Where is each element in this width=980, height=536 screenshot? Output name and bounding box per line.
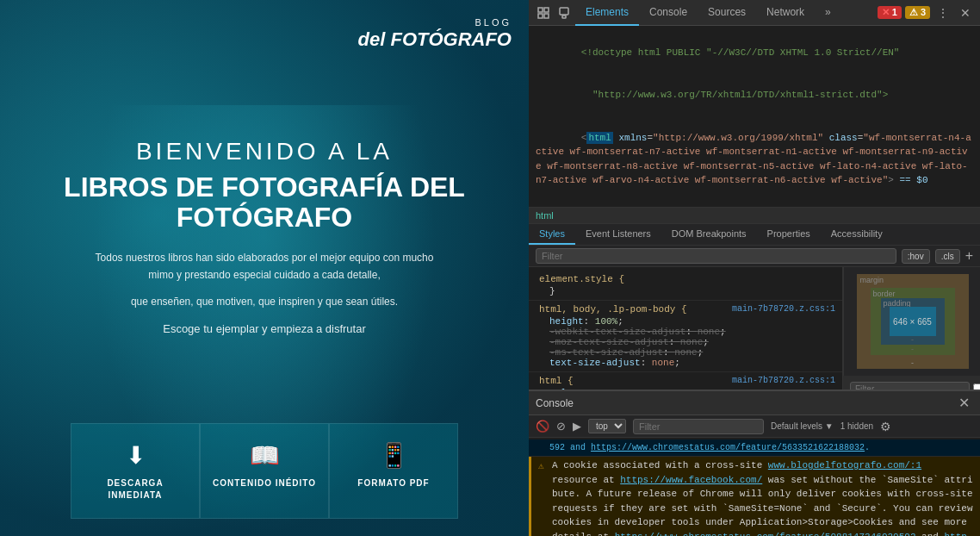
console-info-text: 592 and https://www.chromestatus.com/fea…: [549, 441, 870, 454]
cls-filter[interactable]: .cls: [935, 249, 960, 264]
hov-filter[interactable]: :hov: [902, 249, 930, 264]
close-devtools-icon[interactable]: ✕: [956, 3, 975, 22]
tab-network[interactable]: Network: [756, 0, 815, 26]
console-context-select[interactable]: top: [588, 419, 626, 433]
styles-tab-properties[interactable]: Properties: [757, 224, 821, 245]
tab-elements[interactable]: Elements: [575, 0, 639, 26]
html-line-doctype: <!doctype html PUBLIC "-//W3C//DTD XHTML…: [536, 31, 973, 74]
device-icon[interactable]: [555, 3, 574, 22]
feature-format: 📱 FORMATO PDF: [329, 423, 458, 519]
margin-bottom-value: -: [911, 358, 914, 367]
devtools-right-icons: ✕ 1 ⚠ 3 ⋮ ✕: [878, 3, 975, 22]
console-filter-bar: 🚫 ⊘ ▶ top Default levels ▼ 1 hidden ⚙: [529, 415, 980, 438]
styles-filter-bar: :hov .cls +: [529, 246, 980, 267]
box-dimension: 646 × 665: [893, 317, 932, 327]
css-selector-html-body: html, body, .lp-pom-body {: [539, 304, 687, 315]
css-prop-height: height: 100%;: [539, 316, 835, 327]
styles-main: element.style { } html, body, .lp-pom-bo…: [529, 267, 980, 390]
console-link-chromestatus2[interactable]: https://www.chromestatus.com/feature/508…: [615, 532, 916, 537]
margin-label: margin: [860, 276, 884, 284]
box-content-layer: 646 × 665: [890, 307, 936, 336]
console-link-facebook[interactable]: https://www.facebook.com/: [620, 475, 762, 485]
console-pause-icon[interactable]: ⊘: [556, 420, 566, 433]
add-filter-icon[interactable]: +: [965, 248, 973, 264]
console-title: Console: [536, 397, 949, 409]
download-icon: ⬇: [80, 441, 190, 470]
devtools-tabs: Elements Console Sources Network »: [575, 0, 876, 26]
css-source-2[interactable]: main-7b78720.z.css:1: [732, 376, 835, 388]
console-clear-icon[interactable]: 🚫: [536, 420, 549, 433]
html-line-dtd: "http://www.w3.org/TR/xhtml1/DTD/xhtml1-…: [536, 74, 973, 117]
box-margin-layer: margin - border padding 646 ×: [857, 274, 969, 369]
html-line-html[interactable]: <html xmlns="http://www.w3.org/1999/xhtm…: [536, 116, 973, 202]
console-line-warning: ⚠ A cookie associated with a cross-site …: [529, 457, 980, 536]
svg-rect-0: [538, 8, 543, 12]
features-bar: ⬇ DESCARGA INMEDIATA 📖 CONTENIDO INÉDITO…: [0, 423, 529, 519]
tab-console[interactable]: Console: [639, 0, 698, 26]
styles-tab-styles[interactable]: Styles: [529, 224, 575, 245]
css-prop-ms-adjust: -ms-text-size-adjust: none;: [539, 347, 835, 358]
styles-tab-dom-breakpoints[interactable]: DOM Breakpoints: [661, 224, 757, 245]
styles-tab-event-listeners[interactable]: Event Listeners: [575, 224, 661, 245]
console-link-blog[interactable]: www.blogdelfotografo.com/:1: [768, 460, 921, 471]
tablet-icon: 📱: [338, 441, 449, 470]
css-source-1[interactable]: main-7b78720.z.css:1: [732, 304, 835, 316]
console-close-button[interactable]: ✕: [954, 394, 973, 413]
css-prop-close: }: [539, 286, 835, 296]
css-prop-text-adjust: text-size-adjust: none;: [539, 358, 835, 368]
desc1: Todos nuestros libros han sido elaborado…: [92, 250, 437, 283]
book-icon: 📖: [209, 441, 319, 470]
css-selector-html2: html {: [539, 376, 574, 386]
devtools-panel: Elements Console Sources Network » ✕ 1 ⚠…: [529, 0, 980, 536]
styles-filter-input[interactable]: [536, 248, 896, 264]
right-panel: margin - border padding 646 ×: [842, 267, 980, 390]
console-line-info: 592 and https://www.chromestatus.com/fea…: [529, 439, 980, 457]
cta-text: Escoge tu ejemplar y empieza a disfrutar: [92, 321, 437, 339]
website-preview: BLOG del FOTÓGRAFO BIENVENIDO A LA LIBRO…: [0, 0, 529, 536]
svg-rect-1: [544, 8, 549, 12]
css-rule-html-body: html, body, .lp-pom-body { main-7b78720.…: [529, 301, 842, 372]
tab-sources[interactable]: Sources: [698, 0, 756, 26]
svg-rect-4: [560, 8, 568, 15]
border-label: border: [873, 290, 896, 298]
console-link-chromestatus[interactable]: https://www.chromestatus.com/feature/563…: [591, 443, 865, 452]
tab-more[interactable]: »: [815, 0, 841, 26]
feature-format-label: FORMATO PDF: [357, 478, 429, 488]
breadcrumb-html[interactable]: html: [536, 210, 554, 221]
warning-icon: ⚠: [538, 459, 544, 474]
css-rules: element.style { } html, body, .lp-pom-bo…: [529, 267, 842, 390]
css-selector-element: element.style {: [539, 274, 835, 284]
console-filter-input[interactable]: [633, 419, 764, 434]
box-model-diagram: margin - border padding 646 ×: [857, 274, 969, 369]
css-rule-element-style: element.style { }: [529, 271, 842, 301]
console-toolbar: Console ✕: [529, 391, 980, 415]
svg-rect-5: [562, 16, 566, 18]
desc2: que enseñen, que motiven, que inspiren y…: [92, 294, 437, 310]
svg-rect-2: [538, 14, 543, 18]
css-prop-webkit-adjust: -webkit-text-size-adjust: none;: [539, 327, 835, 337]
feature-download: ⬇ DESCARGA INMEDIATA: [71, 423, 200, 519]
styles-tab-accessibility[interactable]: Accessibility: [821, 224, 893, 245]
box-border-layer: border padding 646 × 665 -: [871, 288, 955, 355]
right-filter: Show all: [843, 376, 980, 390]
css-rule-html-color: html { main-7b78720.z.css:1 color: #000;…: [529, 372, 842, 390]
box-padding-layer: padding 646 × 665 -: [881, 298, 945, 345]
breadcrumb: html: [529, 208, 980, 224]
console-warning-text: A cookie associated with a cross-site ww…: [552, 458, 973, 536]
hidden-count: 1 hidden: [840, 421, 873, 431]
right-filter-input[interactable]: [850, 382, 970, 390]
console-panel: Console ✕ 🚫 ⊘ ▶ top Default levels ▼ 1 h…: [529, 390, 980, 536]
more-options-icon[interactable]: ⋮: [933, 3, 952, 22]
styles-tabs: Styles Event Listeners DOM Breakpoints P…: [529, 224, 980, 246]
feature-content-label: CONTENIDO INÉDITO: [213, 478, 316, 488]
box-model: margin - border padding 646 ×: [843, 267, 980, 376]
blog-label: BLOG: [358, 17, 512, 28]
inspect-icon[interactable]: [534, 3, 553, 22]
html-source: <!doctype html PUBLIC "-//W3C//DTD XHTML…: [529, 26, 980, 208]
console-settings-icon[interactable]: ⚙: [880, 420, 891, 433]
svg-rect-3: [544, 14, 549, 18]
console-levels-select[interactable]: Default levels ▼: [771, 421, 834, 431]
console-expand-icon[interactable]: ▶: [573, 420, 581, 433]
show-all-checkbox[interactable]: [973, 383, 980, 390]
devtools-toolbar: Elements Console Sources Network » ✕ 1 ⚠…: [529, 0, 980, 26]
